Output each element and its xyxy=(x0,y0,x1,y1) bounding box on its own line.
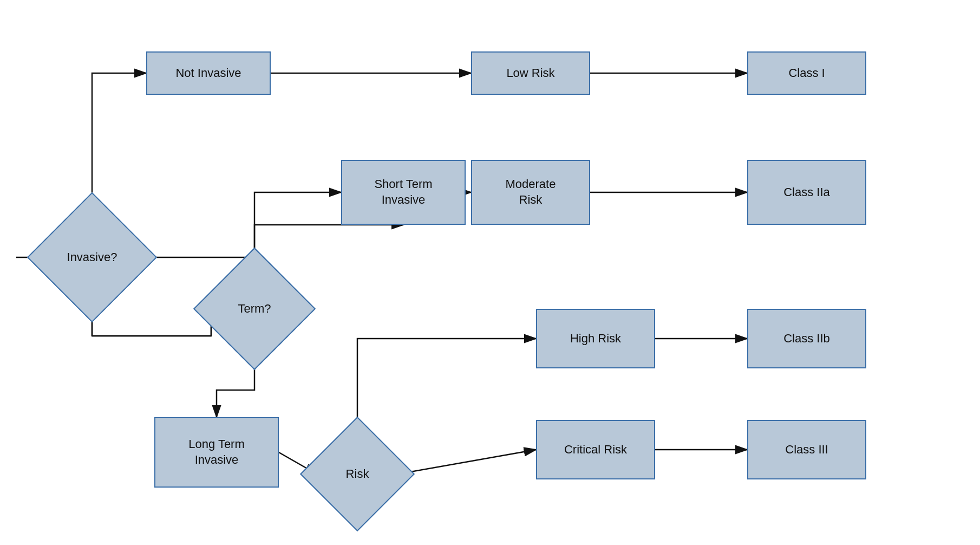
long-term-invasive-box: Long TermInvasive xyxy=(154,417,279,488)
low-risk-box: Low Risk xyxy=(471,51,590,95)
risk-diamond: Risk xyxy=(317,433,398,515)
short-term-invasive-box: Short TermInvasive xyxy=(341,160,466,225)
class-iii-box: Class III xyxy=(747,420,866,479)
flowchart: Invasive? Not Invasive Short TermInvasiv… xyxy=(0,0,980,545)
svg-line-9 xyxy=(398,450,536,474)
not-invasive-box: Not Invasive xyxy=(146,51,271,95)
term-diamond: Term? xyxy=(211,265,298,352)
long-term-invasive-label: Long TermInvasive xyxy=(188,437,245,468)
class-iib-box: Class IIb xyxy=(747,309,866,368)
moderate-risk-label: ModerateRisk xyxy=(506,177,556,207)
moderate-risk-box: ModerateRisk xyxy=(471,160,590,225)
short-term-invasive-label: Short TermInvasive xyxy=(374,177,432,207)
high-risk-box: High Risk xyxy=(536,309,655,368)
class-iia-box: Class IIa xyxy=(747,160,866,225)
invasive-diamond: Invasive? xyxy=(46,211,138,303)
critical-risk-box: Critical Risk xyxy=(536,420,655,479)
class-i-box: Class I xyxy=(747,51,866,95)
